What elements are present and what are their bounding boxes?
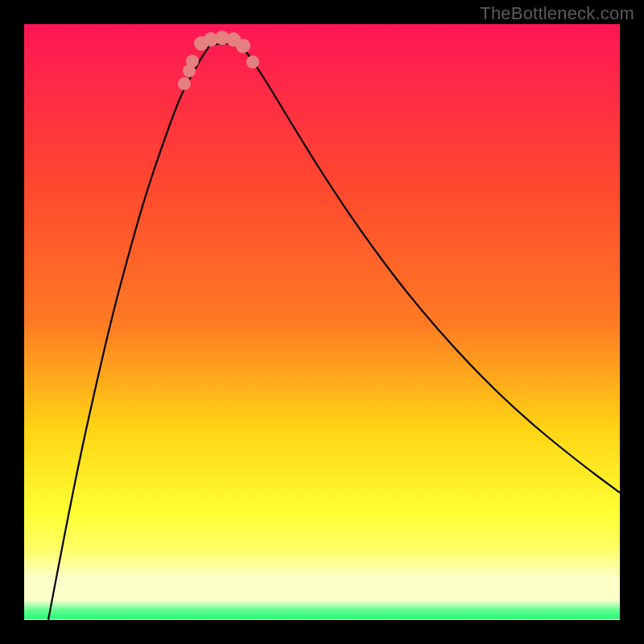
chart-svg (24, 24, 620, 620)
watermark-text: TheBottleneck.com (480, 3, 634, 24)
data-dot (236, 39, 250, 53)
chart-frame: TheBottleneck.com (0, 0, 644, 644)
cream-band (24, 576, 620, 601)
data-dot (178, 77, 191, 90)
gradient-background (24, 24, 620, 620)
data-dot (246, 56, 259, 68)
data-dot (186, 55, 199, 68)
green-band (24, 600, 620, 619)
plot-area (24, 24, 620, 620)
